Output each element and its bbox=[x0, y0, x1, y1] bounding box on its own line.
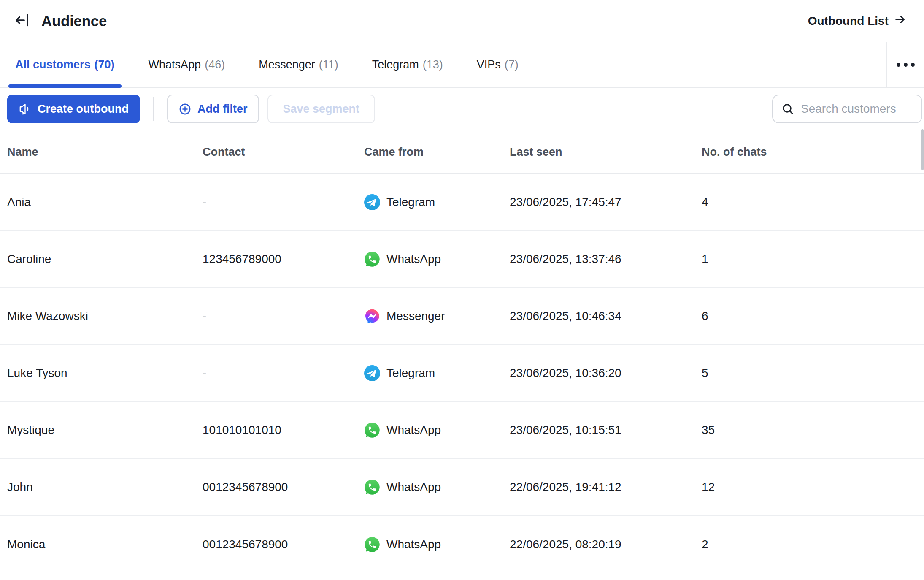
page-header: Audience Outbound List bbox=[0, 0, 924, 42]
tab-all-customers[interactable]: All customers (70) bbox=[8, 42, 122, 87]
channel-label: Telegram bbox=[386, 195, 435, 209]
tabs-bar: All customers (70) WhatsApp (46) Messeng… bbox=[0, 42, 924, 88]
tab-count: (13) bbox=[423, 58, 443, 71]
scrollbar-thumb[interactable] bbox=[921, 129, 924, 170]
column-header-name: Name bbox=[7, 146, 203, 159]
tab-count: (11) bbox=[319, 58, 338, 71]
create-outbound-label: Create outbound bbox=[38, 103, 129, 116]
table-body: Ania - Telegram 23/06/2025, 17:45:47 4 C… bbox=[0, 174, 924, 573]
arrow-right-icon bbox=[894, 13, 906, 29]
column-header-contact: Contact bbox=[203, 146, 364, 159]
page-title: Audience bbox=[41, 13, 107, 30]
search-input[interactable] bbox=[801, 102, 913, 116]
table-row[interactable]: Mike Wazowski - Messenger 23/06/2025, 10… bbox=[0, 288, 924, 345]
cell-name: Ania bbox=[7, 195, 203, 209]
megaphone-icon bbox=[19, 103, 32, 116]
table-row[interactable]: Ania - Telegram 23/06/2025, 17:45:47 4 bbox=[0, 174, 924, 231]
collapse-back-button[interactable] bbox=[13, 11, 32, 31]
telegram-icon bbox=[364, 365, 380, 381]
cell-name: Monica bbox=[7, 538, 203, 551]
tab-messenger[interactable]: Messenger (11) bbox=[252, 42, 345, 87]
tab-count: (70) bbox=[95, 58, 115, 71]
cell-last-seen: 23/06/2025, 10:46:34 bbox=[510, 309, 702, 323]
whatsapp-icon bbox=[364, 537, 380, 553]
cell-last-seen: 22/06/2025, 19:41:12 bbox=[510, 480, 702, 494]
table-row[interactable]: Monica 0012345678900 WhatsApp 22/06/2025… bbox=[0, 516, 924, 573]
table-header: Name Contact Came from Last seen No. of … bbox=[0, 130, 924, 174]
save-segment-label: Save segment bbox=[283, 103, 360, 116]
toolbar: Create outbound Add filter Save segment bbox=[0, 88, 924, 130]
cell-contact: 123456789000 bbox=[203, 252, 364, 266]
cell-last-seen: 23/06/2025, 17:45:47 bbox=[510, 195, 702, 209]
table-row[interactable]: Mystique 101010101010 WhatsApp 23/06/202… bbox=[0, 402, 924, 459]
save-segment-button[interactable]: Save segment bbox=[267, 95, 376, 123]
whatsapp-icon bbox=[364, 251, 380, 267]
add-filter-label: Add filter bbox=[197, 103, 248, 116]
cell-came-from: WhatsApp bbox=[364, 422, 510, 438]
cell-came-from: Telegram bbox=[364, 365, 510, 381]
search-box bbox=[772, 95, 922, 123]
cell-no-of-chats: 2 bbox=[702, 538, 924, 551]
cell-contact: 0012345678900 bbox=[203, 480, 364, 494]
channel-label: WhatsApp bbox=[386, 423, 441, 437]
add-filter-button[interactable]: Add filter bbox=[167, 95, 259, 123]
tab-label: VIPs bbox=[477, 58, 501, 71]
audience-page: Audience Outbound List All customers (70… bbox=[0, 0, 924, 580]
tab-whatsapp[interactable]: WhatsApp (46) bbox=[142, 42, 232, 87]
tab-telegram[interactable]: Telegram (13) bbox=[365, 42, 450, 87]
table-row[interactable]: Luke Tyson - Telegram 23/06/2025, 10:36:… bbox=[0, 345, 924, 402]
table-row[interactable]: Caroline 123456789000 WhatsApp 23/06/202… bbox=[0, 231, 924, 288]
arrow-left-to-bar-icon bbox=[14, 12, 31, 30]
cell-name: Mike Wazowski bbox=[7, 309, 203, 323]
outbound-list-label: Outbound List bbox=[808, 14, 889, 28]
tab-vips[interactable]: VIPs (7) bbox=[470, 42, 525, 87]
cell-came-from: WhatsApp bbox=[364, 251, 510, 267]
cell-contact: 101010101010 bbox=[203, 423, 364, 437]
whatsapp-icon bbox=[364, 479, 380, 495]
cell-last-seen: 22/06/2025, 08:20:19 bbox=[510, 538, 702, 551]
table-row[interactable]: John 0012345678900 WhatsApp 22/06/2025, … bbox=[0, 459, 924, 516]
plus-circle-icon bbox=[178, 103, 192, 116]
cell-no-of-chats: 5 bbox=[702, 366, 924, 380]
tab-count: (46) bbox=[205, 58, 225, 71]
search-icon bbox=[781, 103, 794, 116]
tab-label: All customers bbox=[15, 58, 91, 71]
cell-no-of-chats: 12 bbox=[702, 480, 924, 494]
channel-label: WhatsApp bbox=[386, 538, 441, 551]
cell-contact: 0012345678900 bbox=[203, 538, 364, 551]
tab-label: Messenger bbox=[259, 58, 315, 71]
cell-last-seen: 23/06/2025, 10:15:51 bbox=[510, 423, 702, 437]
column-header-no-of-chats: No. of chats bbox=[702, 146, 924, 159]
cell-came-from: Telegram bbox=[364, 194, 510, 210]
cell-came-from: WhatsApp bbox=[364, 479, 510, 495]
create-outbound-button[interactable]: Create outbound bbox=[7, 95, 140, 123]
cell-last-seen: 23/06/2025, 13:37:46 bbox=[510, 252, 702, 266]
column-header-last-seen: Last seen bbox=[510, 146, 702, 159]
messenger-icon bbox=[364, 308, 380, 324]
cell-contact: - bbox=[203, 195, 364, 209]
cell-last-seen: 23/06/2025, 10:36:20 bbox=[510, 366, 702, 380]
channel-label: WhatsApp bbox=[386, 252, 441, 266]
channel-label: Telegram bbox=[386, 366, 435, 380]
tab-label: Telegram bbox=[372, 58, 419, 71]
cell-no-of-chats: 35 bbox=[702, 423, 924, 437]
cell-came-from: Messenger bbox=[364, 308, 510, 324]
cell-name: Caroline bbox=[7, 252, 203, 266]
toolbar-divider bbox=[153, 97, 154, 121]
outbound-list-link[interactable]: Outbound List bbox=[808, 13, 906, 29]
cell-no-of-chats: 6 bbox=[702, 309, 924, 323]
cell-name: Mystique bbox=[7, 423, 203, 437]
cell-name: John bbox=[7, 480, 203, 494]
more-options-button[interactable] bbox=[887, 42, 924, 87]
cell-contact: - bbox=[203, 366, 364, 380]
channel-label: WhatsApp bbox=[386, 480, 441, 494]
tab-count: (7) bbox=[505, 58, 519, 71]
ellipsis-icon bbox=[897, 63, 915, 67]
cell-name: Luke Tyson bbox=[7, 366, 203, 380]
column-header-came-from: Came from bbox=[364, 146, 510, 159]
tabs: All customers (70) WhatsApp (46) Messeng… bbox=[0, 42, 887, 87]
whatsapp-icon bbox=[364, 422, 380, 438]
telegram-icon bbox=[364, 194, 380, 210]
cell-no-of-chats: 4 bbox=[702, 195, 924, 209]
cell-contact: - bbox=[203, 309, 364, 323]
